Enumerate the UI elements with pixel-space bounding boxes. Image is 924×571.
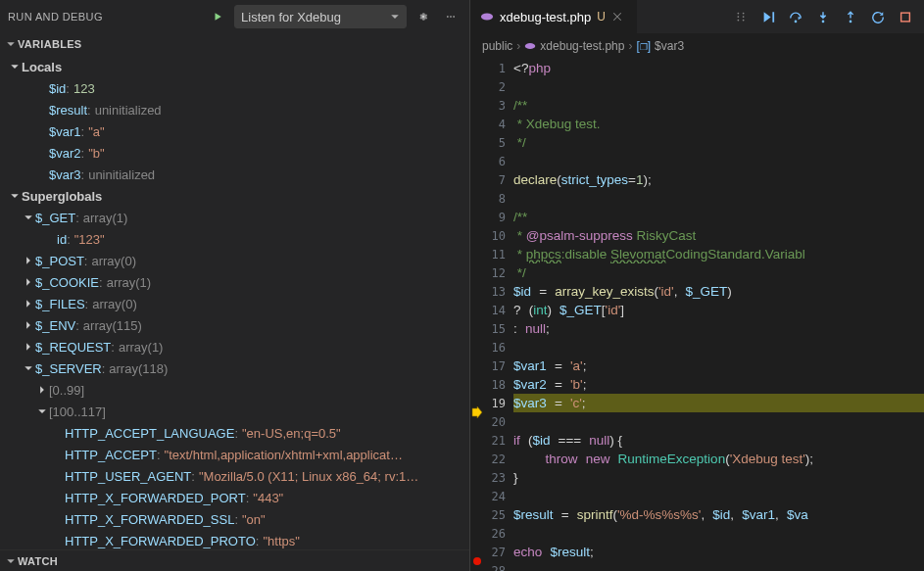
line-content[interactable]: */ [513,133,924,152]
variable-row[interactable]: HTTP_X_FORWARDED_PORT: "443" [0,487,469,508]
chevron-right-icon[interactable] [22,254,35,267]
line-content[interactable]: } [513,468,924,487]
code-line[interactable]: 16 [470,338,924,357]
line-content[interactable]: /** [513,208,924,226]
line-number[interactable]: 11 [484,248,513,262]
variable-row[interactable]: $result: uninitialized [0,99,469,120]
line-number[interactable]: 23 [484,471,513,485]
line-number[interactable]: 2 [484,80,513,94]
variable-row[interactable]: $_POST: array(0) [0,250,469,271]
step-into-button[interactable] [810,4,836,29]
variable-row[interactable]: $_GET: array(1) [0,207,469,228]
line-content[interactable]: $result = sprintf('%d-%s%s%s', $id, $var… [513,505,924,524]
code-line[interactable]: 12 */ [470,263,924,282]
code-line[interactable]: 3/** [470,96,924,115]
chevron-right-icon[interactable] [22,318,35,332]
code-line[interactable]: 27echo $result; [470,543,924,561]
variable-row[interactable]: HTTP_X_FORWARDED_PROTO: "https" [0,530,469,549]
code-line[interactable]: 25$result = sprintf('%d-%s%s%s', $id, $v… [470,505,924,524]
code-line[interactable]: 21if ($id === null) { [470,431,924,450]
chevron-right-icon[interactable] [35,383,49,397]
line-content[interactable]: throw new RuntimeException('Xdebug test'… [513,450,924,468]
line-number[interactable]: 7 [484,173,513,187]
code-line[interactable]: 19$var3 = 'c'; [470,394,924,412]
code-line[interactable]: 10 * @psalm-suppress RiskyCast [470,226,924,245]
variable-row[interactable]: $_FILES: array(0) [0,293,469,314]
step-over-button[interactable] [783,4,808,29]
code-line[interactable]: 9/** [470,208,924,226]
chevron-right-icon[interactable] [22,297,35,310]
variable-row[interactable]: HTTP_USER_AGENT: "Mozilla/5.0 (X11; Linu… [0,465,469,487]
line-number[interactable]: 28 [484,564,513,572]
line-content[interactable]: <?php [513,59,924,77]
line-content[interactable]: : null; [513,319,924,338]
chevron-down-icon[interactable] [22,211,35,224]
line-content[interactable]: ? (int) $_GET['id'] [513,301,924,319]
line-number[interactable]: 4 [484,118,513,131]
breadcrumb-file[interactable]: xdebug-test.php [540,39,624,53]
line-content[interactable]: $var2 = 'b'; [513,375,924,394]
watch-section[interactable]: WATCH [0,549,469,571]
code-line[interactable]: 20 [470,412,924,431]
line-number[interactable]: 19 [484,397,513,410]
more-actions-button[interactable] [440,6,462,27]
line-number[interactable]: 17 [484,359,513,373]
line-number[interactable]: 21 [484,434,513,448]
chevron-down-icon[interactable] [35,404,49,418]
breadcrumb-folder[interactable]: public [482,39,512,53]
code-line[interactable]: 1<?php [470,59,924,77]
code-line[interactable]: 28 [470,561,924,571]
launch-config-select[interactable]: Listen for Xdebug [234,5,407,28]
breadcrumb-symbol[interactable]: $var3 [655,39,684,53]
line-content[interactable]: /** [513,96,924,115]
code-line[interactable]: 23} [470,468,924,487]
variable-row[interactable]: HTTP_ACCEPT: "text/html,application/xhtm… [0,444,469,465]
variable-row[interactable]: $id: 123 [0,77,469,99]
code-line[interactable]: 11 * phpcs:disable SlevomatCodingStandar… [470,245,924,263]
code-line[interactable]: 7declare(strict_types=1); [470,170,924,189]
line-content[interactable]: $var1 = 'a'; [513,357,924,375]
variable-row[interactable]: $_REQUEST: array(1) [0,336,469,357]
breakpoint-icon[interactable] [473,557,481,565]
code-line[interactable]: 6 [470,152,924,170]
line-content[interactable]: $id = array_key_exists('id', $_GET) [513,282,924,301]
variable-row[interactable]: $var2: "b" [0,142,469,164]
variable-row[interactable]: $_COOKIE: array(1) [0,271,469,293]
line-number[interactable]: 25 [484,508,513,522]
line-number[interactable]: 3 [484,99,513,113]
code-editor[interactable]: 1<?php23/**4 * Xdebug test.5 */67declare… [470,59,924,571]
start-debug-button[interactable] [207,6,228,27]
variables-section[interactable]: VARIABLES [0,33,469,55]
drag-handle-icon[interactable] [728,4,754,29]
line-number[interactable]: 26 [484,527,513,541]
variable-row[interactable]: $_SERVER: array(118) [0,357,469,379]
chevron-right-icon[interactable] [22,275,35,289]
variable-row[interactable]: HTTP_ACCEPT_LANGUAGE: "en-US,en;q=0.5" [0,422,469,444]
code-line[interactable]: 4 * Xdebug test. [470,115,924,133]
code-line[interactable]: 8 [470,189,924,208]
line-number[interactable]: 18 [484,378,513,392]
variable-row[interactable]: [100..117] [0,401,469,422]
code-line[interactable]: 24 [470,487,924,505]
line-content[interactable]: if ($id === null) { [513,431,924,450]
line-content[interactable]: echo $result; [513,543,924,561]
line-number[interactable]: 12 [484,266,513,280]
line-number[interactable]: 16 [484,341,513,355]
line-number[interactable]: 9 [484,211,513,224]
line-content[interactable]: $var3 = 'c'; [513,394,924,412]
line-number[interactable]: 1 [484,62,513,75]
code-line[interactable]: 26 [470,524,924,543]
line-number[interactable]: 14 [484,304,513,317]
breadcrumbs[interactable]: public › xdebug-test.php › [❐] $var3 [470,33,924,59]
variable-row[interactable]: $var3: uninitialized [0,164,469,185]
line-content[interactable]: declare(strict_types=1); [513,170,924,189]
continue-button[interactable] [755,4,781,29]
code-line[interactable]: 15: null; [470,319,924,338]
code-line[interactable]: 22 throw new RuntimeException('Xdebug te… [470,450,924,468]
variable-row[interactable]: HTTP_X_FORWARDED_SSL: "on" [0,508,469,530]
variable-row[interactable]: $var1: "a" [0,120,469,142]
locals-scope[interactable]: Locals [0,56,469,77]
line-number[interactable]: 10 [484,229,513,243]
close-icon[interactable] [611,11,627,23]
chevron-right-icon[interactable] [22,340,35,354]
